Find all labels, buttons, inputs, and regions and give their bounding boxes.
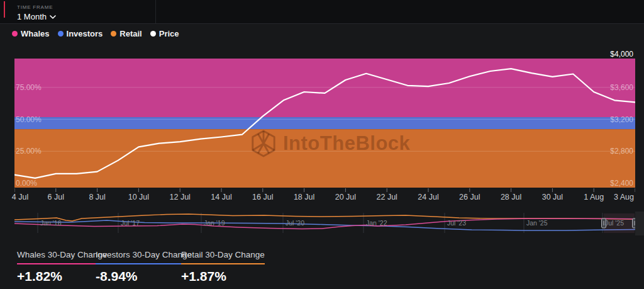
nav-axis-label: Jan '22	[366, 219, 387, 227]
legend-item-whales[interactable]: Whales	[12, 29, 50, 38]
whales-area	[14, 59, 635, 117]
whales-dot-icon	[12, 31, 18, 37]
topbar-divider	[155, 0, 156, 23]
y-axis-label: 75.00%	[16, 83, 42, 92]
timeframe-value: 1 Month	[17, 12, 47, 21]
main-stacked-area-chart[interactable]	[14, 55, 635, 192]
legend-label: Investors	[67, 29, 103, 38]
x-axis-label: 12 Jul	[161, 193, 199, 201]
legend-item-retail[interactable]: Retail	[111, 29, 142, 38]
y-axis-label: $3,200	[610, 115, 633, 124]
stat-value: +1.82%	[17, 269, 107, 284]
stat-investors-change: Investors 30-Day Change -8.94%	[96, 249, 192, 284]
x-axis-label: 26 Jul	[451, 193, 489, 201]
x-axis-label: 10 Jul	[119, 193, 157, 201]
stat-value: +1.87%	[181, 269, 265, 284]
investors-dot-icon	[58, 31, 64, 37]
x-axis-label: 28 Jul	[492, 193, 530, 201]
x-axis-label: 3 Aug	[605, 193, 643, 201]
stat-label: Investors 30-Day Change	[96, 250, 192, 264]
legend-label: Whales	[21, 29, 50, 38]
timeframe-dropdown[interactable]: 1 Month	[17, 12, 56, 21]
nav-axis-label: Jul '25	[605, 219, 624, 227]
retail-dot-icon	[111, 31, 116, 37]
legend: Whales Investors Retail Price	[12, 24, 179, 43]
y-axis-label: $3,600	[610, 83, 633, 92]
nav-axis-label: Jan '19	[204, 219, 225, 227]
legend-item-investors[interactable]: Investors	[58, 29, 103, 38]
stat-retail-change: Retail 30-Day Change +1.87%	[181, 249, 265, 284]
stat-whales-change: Whales 30-Day Change +1.82%	[17, 249, 107, 284]
nav-axis-label: Jul '23	[447, 219, 466, 227]
y-axis-label: 25.00%	[16, 147, 42, 156]
red-accent-bar	[4, 1, 5, 18]
x-axis-label: 16 Jul	[244, 193, 282, 201]
price-dot-icon	[150, 31, 156, 37]
y-axis-label: $2,400	[610, 179, 633, 188]
y-axis-label: $2,800	[610, 147, 633, 156]
x-axis-label: 14 Jul	[203, 193, 240, 201]
x-axis-label: 24 Jul	[409, 193, 447, 201]
legend-item-price[interactable]: Price	[150, 29, 179, 38]
nav-axis-label: Jul '20	[286, 219, 304, 227]
x-axis-label: 4 Jul	[1, 193, 39, 201]
nav-axis-label: Jul '17	[121, 219, 140, 227]
y-axis-label: 50.00%	[16, 115, 42, 124]
nav-axis-label: Jan '25	[526, 219, 548, 227]
legend-label: Retail	[119, 29, 142, 38]
x-axis-label: 6 Jul	[37, 193, 75, 201]
stat-label: Whales 30-Day Change	[17, 250, 107, 264]
x-axis-label: 22 Jul	[368, 193, 406, 201]
nav-axis-label: Jan '16	[40, 219, 62, 227]
y-axis-label: $4,000	[610, 50, 633, 59]
stat-value: -8.94%	[96, 269, 192, 284]
stat-label: Retail 30-Day Change	[181, 250, 265, 264]
legend-label: Price	[159, 29, 179, 38]
y-axis-label: 0.00%	[16, 179, 37, 188]
timeframe-label: TIME FRAME	[17, 4, 53, 10]
x-axis-label: 20 Jul	[326, 193, 364, 201]
x-axis-label: 8 Jul	[79, 193, 116, 201]
investors-area	[14, 117, 635, 129]
navigator-right-track	[635, 212, 644, 235]
top-bar: TIME FRAME 1 Month	[0, 0, 644, 24]
chevron-down-icon	[50, 15, 56, 19]
x-axis-label: 18 Jul	[286, 193, 323, 201]
x-axis-label: 30 Jul	[533, 193, 571, 201]
retail-area	[14, 129, 635, 188]
